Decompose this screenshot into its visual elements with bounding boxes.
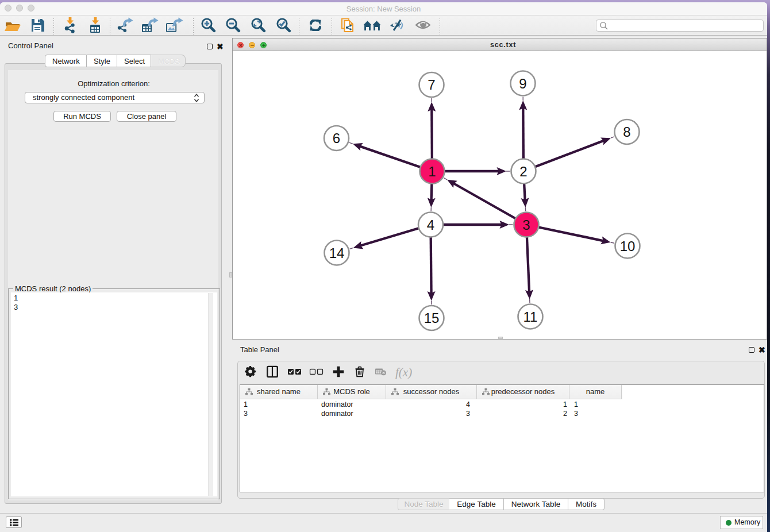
svg-text:7: 7 xyxy=(428,77,435,92)
svg-text:1: 1 xyxy=(428,164,436,179)
svg-text:11: 11 xyxy=(523,309,538,325)
svg-text:15: 15 xyxy=(424,310,440,326)
svg-text:6: 6 xyxy=(333,130,340,146)
svg-text:9: 9 xyxy=(519,76,526,91)
svg-text:10: 10 xyxy=(620,238,636,254)
svg-text:2: 2 xyxy=(519,164,527,179)
svg-text:4: 4 xyxy=(427,217,434,233)
svg-text:14: 14 xyxy=(329,245,345,261)
svg-text:8: 8 xyxy=(623,124,630,140)
svg-text:3: 3 xyxy=(522,217,530,233)
